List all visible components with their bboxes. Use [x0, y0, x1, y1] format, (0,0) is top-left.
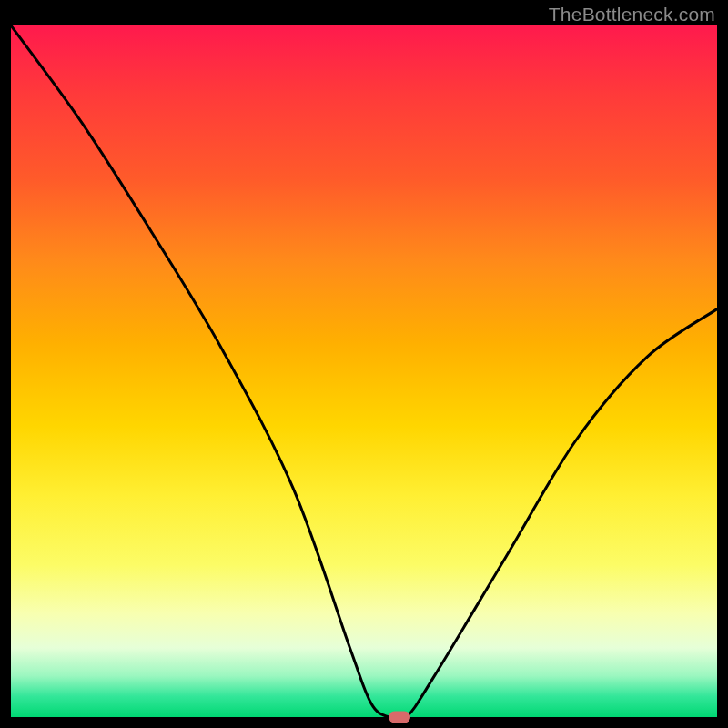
- chart-frame: TheBottleneck.com: [0, 0, 728, 728]
- minimum-marker: [389, 712, 410, 723]
- watermark-text: TheBottleneck.com: [549, 4, 715, 25]
- curve-svg: [11, 25, 717, 717]
- bottleneck-curve-path: [11, 25, 717, 717]
- plot-area: [11, 25, 717, 717]
